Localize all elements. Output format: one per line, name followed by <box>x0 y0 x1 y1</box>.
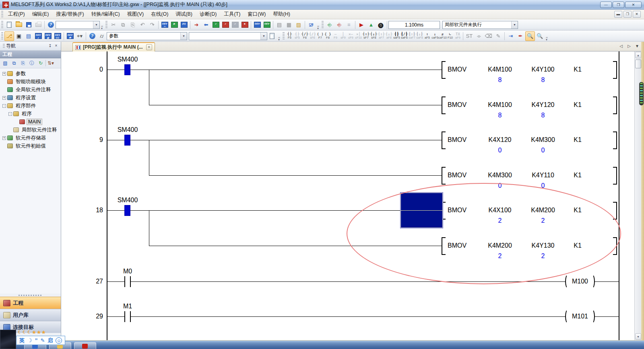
menu-find-replace[interactable]: 搜索/替换(F) <box>52 10 87 19</box>
delete-line-button[interactable]: ⌫ <box>484 31 493 41</box>
comment-edit-button[interactable]: ▤ <box>275 20 284 30</box>
instruction-operand-1[interactable]: K4M100 <box>488 66 512 74</box>
instruction-mnemonic[interactable]: BMOV <box>448 242 466 250</box>
find-next-button[interactable] <box>267 31 277 41</box>
tab-main-program[interactable]: [PRG]监视 执行中 MAIN (... × <box>72 42 155 51</box>
ladder-symbol-button-F6[interactable]: ┤/├F6 <box>301 31 309 41</box>
list-view-button[interactable]: ▤ <box>24 31 33 41</box>
scrollbar-thumb[interactable] <box>635 60 641 68</box>
sort-button[interactable]: ⇅▾ <box>47 59 55 67</box>
instruction-operand-2[interactable]: K4Y110 <box>532 171 554 179</box>
instruction-operand-3[interactable]: K1 <box>574 242 582 250</box>
paste-button[interactable]: ⎘ <box>128 20 138 30</box>
close-panel-icon[interactable]: × <box>53 43 59 49</box>
ladder-symbol-button-aF9[interactable]: TXaF9 <box>454 31 462 41</box>
find-button[interactable]: ⌭ <box>97 31 107 41</box>
copy-button[interactable]: ⧉ <box>118 20 128 30</box>
maximize-button[interactable]: ❐ <box>613 2 624 8</box>
device-search-button[interactable]: ⌖▾ <box>75 31 85 41</box>
ime-emoji-icon[interactable]: ☺ <box>56 337 62 344</box>
menu-window[interactable]: 窗口(W) <box>244 10 269 19</box>
help2-button[interactable]: ? <box>87 31 97 41</box>
instruction-operand-2[interactable]: K4Y100 <box>532 66 555 74</box>
instruction-mnemonic[interactable]: BMOV <box>448 171 466 179</box>
ladder-symbol-button-cF10[interactable]: ×│cF10 <box>355 31 362 41</box>
tab-scroll-right-icon[interactable]: ▷ <box>626 44 632 48</box>
device-test-button[interactable]: (H) <box>179 20 189 30</box>
program-select-combo[interactable]: 参数 ▼ <box>107 32 187 40</box>
instruction-operand-1[interactable]: K4M200 <box>488 242 512 250</box>
chevron-down-icon[interactable]: ▼ <box>93 21 99 29</box>
monitor-mode-button[interactable]: 🔍 <box>525 31 535 41</box>
remote-operation-button[interactable]: ⌕ <box>221 20 230 30</box>
contact-open-left-bar[interactable] <box>124 311 125 322</box>
read-mode-button[interactable]: ⇥ <box>506 31 516 41</box>
inline-st-button[interactable]: ST <box>464 31 474 41</box>
ladder-symbol-button-F9[interactable]: —F9 <box>332 31 339 41</box>
instruction-operand-1[interactable]: K4M100 <box>488 101 512 109</box>
note-edit-button[interactable]: ▨ <box>294 20 303 30</box>
instruction-operand-1[interactable]: K4X100 <box>489 206 512 214</box>
tree-item-局部软元件注释[interactable]: 局部软元件注释 <box>0 126 61 134</box>
expand-icon[interactable]: + <box>2 136 6 140</box>
coil-label[interactable]: M101 <box>572 312 588 320</box>
device-view-button[interactable]: DEV👁 <box>65 31 75 41</box>
undo-button[interactable]: ↶ <box>138 20 147 30</box>
instruction-operand-2[interactable]: K4Y120 <box>532 101 555 109</box>
write-mode-button[interactable]: ✒ <box>516 31 525 41</box>
device-batch-button[interactable]: DEV <box>262 20 272 30</box>
statement-edit-button[interactable]: ▦ <box>284 20 294 30</box>
edit-mode-button[interactable]: ✎ <box>493 31 503 41</box>
tree-item-程序设置[interactable]: +程序设置 <box>0 94 61 102</box>
menu-compile[interactable]: 转换/编译(C) <box>88 10 124 19</box>
chevron-down-icon[interactable]: ▼ <box>180 33 187 40</box>
instruction-operand-1[interactable]: K4X120 <box>489 136 512 144</box>
device-table-button[interactable]: DEV▦ <box>43 31 53 41</box>
chevron-down-icon[interactable]: ▼ <box>260 33 267 40</box>
toolbar-overflow[interactable]: ‹‹▾ <box>277 32 281 41</box>
instruction-operand-2[interactable]: K4M300 <box>531 136 555 144</box>
convert-online-button[interactable]: ⎆ <box>334 20 344 30</box>
menu-debug[interactable]: 调试(B) <box>172 10 196 19</box>
ladder-symbol-button-cF9[interactable]: ×—cF9 <box>347 31 355 41</box>
toolbar-overflow[interactable]: ‹‹▾ <box>545 32 549 41</box>
verify-with-plc-button[interactable]: ⌕ <box>211 20 221 30</box>
find-text-combo[interactable]: ▼ <box>189 32 267 40</box>
coil-label[interactable]: M100 <box>572 277 588 285</box>
tree-item-程序[interactable]: -程序 <box>0 110 61 118</box>
expand-icon[interactable]: + <box>2 96 6 100</box>
instruction-mnemonic[interactable]: BMOV <box>448 66 466 74</box>
save-project-button[interactable] <box>24 20 33 30</box>
check-program-button[interactable]: ⌗ <box>344 20 354 30</box>
scroll-down-icon[interactable]: ▼ <box>635 333 641 340</box>
ime-halfwidth-icon[interactable]: ☽ <box>27 337 32 343</box>
mdi-restore-button[interactable]: ❐ <box>623 11 632 18</box>
minimize-button[interactable]: — <box>600 2 612 8</box>
ladder-symbol-button-F5[interactable]: ┤├F5 <box>286 31 293 41</box>
ladder-symbol-button-aF8[interactable]: ┤↓├aF8 <box>385 31 393 41</box>
toolbar-overflow[interactable]: ‹‹▾ <box>100 21 104 29</box>
plc-diagnostics-button[interactable]: ⌕ <box>230 20 240 30</box>
instruction-operand-3[interactable]: K1 <box>574 66 582 74</box>
menu-diagnostics[interactable]: 诊断(D) <box>196 10 220 19</box>
device-display-button[interactable]: DEV <box>252 20 262 30</box>
instruction-operand-2[interactable]: K4Y130 <box>532 242 555 250</box>
contact-energized[interactable] <box>124 64 130 75</box>
device-find-button[interactable]: DEV⌕ <box>33 31 43 41</box>
ladder-symbol-button-F8[interactable]: { }F8 <box>324 31 332 41</box>
tab-close-icon[interactable]: × <box>146 44 152 50</box>
nav-mode-button-工程[interactable]: 工程 <box>0 297 61 309</box>
local-device-exec-combo[interactable]: 局部软元件未执行 ▼ <box>442 21 518 29</box>
contact-energized[interactable] <box>124 205 130 216</box>
tree-item-全局软元件注释[interactable]: 全局软元件注释 <box>0 86 61 94</box>
ime-softkeyboard-icon[interactable]: 启 <box>47 337 53 344</box>
ladder-symbol-button-saF6[interactable]: ┨/┠saF6 <box>400 31 408 41</box>
ladder-symbol-button-aF5[interactable]: ↑aF5 <box>423 31 431 41</box>
monitor-start-button[interactable]: ▶ <box>357 20 366 30</box>
instruction-operand-3[interactable]: K1 <box>574 206 582 214</box>
ladder-symbol-button-saF8[interactable]: ┨↓┠saF8 <box>416 31 423 41</box>
print-button[interactable] <box>33 20 43 30</box>
menu-view[interactable]: 视图(V) <box>124 10 148 19</box>
monitor-window-button[interactable]: 🖳 <box>306 20 316 30</box>
close-button[interactable]: ✕ <box>625 2 642 8</box>
